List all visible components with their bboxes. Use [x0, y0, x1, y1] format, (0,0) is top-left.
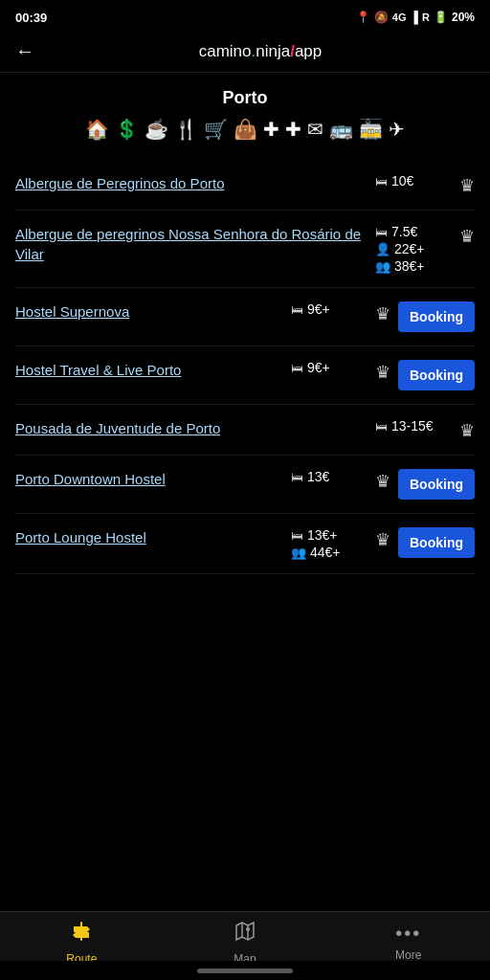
price-row: 🛏13-15€	[375, 418, 452, 434]
accommodation-item: Porto Downtown Hostel🛏13€♛Booking	[15, 456, 475, 514]
price-row: 👤22€+	[375, 241, 452, 256]
accommodation-item: Hostel Travel & Live Porto🛏9€+♛Booking	[15, 346, 475, 405]
food-icon: 🍴	[174, 118, 198, 141]
url-part2: ninja	[256, 42, 290, 60]
url-bar[interactable]: camino.ninja/app	[46, 42, 475, 61]
booking-button[interactable]: Booking	[398, 360, 475, 390]
accommodation-name[interactable]: Hostel Supernova	[15, 301, 283, 322]
url-part3: app	[295, 42, 322, 60]
coffee-icon: ☕	[145, 118, 168, 141]
accommodation-name[interactable]: Porto Lounge Hostel	[15, 527, 283, 547]
price-row: 👥38€+	[375, 258, 452, 274]
shopping-icon: 🛒	[204, 118, 228, 141]
accommodation-name[interactable]: Hostel Travel & Live Porto	[15, 360, 283, 380]
url-part1: camino	[199, 42, 252, 60]
accommodation-prices: 🛏9€+	[291, 360, 368, 375]
more-icon: •••	[395, 923, 421, 945]
location-icon: 📍	[356, 11, 370, 24]
accommodation-prices: 🛏13€+👥44€+	[291, 527, 368, 560]
nav-route[interactable]: Route	[43, 920, 120, 966]
group-icon: 👥	[375, 259, 390, 274]
accommodation-prices: 🛏7.5€👤22€+👥38€+	[375, 224, 452, 274]
status-bar: 00:39 📍 🔕 4G ▐ R 🔋 20%	[0, 0, 490, 31]
accommodation-prices: 🛏10€	[375, 173, 452, 189]
back-button[interactable]: ←	[15, 40, 34, 62]
mail-icon: ✉	[307, 118, 323, 141]
bed-icon: 🛏	[375, 419, 388, 434]
bed-icon: 🛏	[291, 470, 303, 484]
home-indicator	[197, 969, 293, 973]
home-bar	[0, 961, 490, 980]
accommodation-item: Albergue de peregrinos Nossa Senhora do …	[15, 211, 475, 288]
price-row: 🛏13€+	[291, 527, 368, 543]
booking-button[interactable]: Booking	[398, 527, 475, 558]
accommodation-prices: 🛏9€+	[291, 301, 368, 317]
amenity-icons-row: 🏠 💲 ☕ 🍴 🛒 👜 ✚ ✚ ✉ 🚌 🚋 ✈	[15, 118, 475, 141]
accommodation-name[interactable]: Porto Downtown Hostel	[15, 469, 283, 489]
signal-icon: ▐	[411, 11, 419, 24]
main-content: Porto 🏠 💲 ☕ 🍴 🛒 👜 ✚ ✚ ✉ 🚌 🚋 ✈ Albergue d…	[0, 73, 490, 651]
person-icon: 👤	[375, 242, 390, 256]
plus2-icon: ✚	[285, 118, 301, 141]
bed-icon: 🛏	[291, 302, 303, 317]
bed-icon: 🛏	[375, 225, 388, 239]
quality-icon: ♛	[459, 175, 475, 196]
quality-icon: ♛	[459, 226, 475, 247]
route-icon	[70, 920, 93, 948]
quality-icon: ♛	[375, 471, 390, 492]
more-label: More	[395, 948, 421, 962]
price-row: 🛏10€	[375, 173, 452, 189]
price-value: 9€+	[307, 301, 330, 317]
roaming-label: R	[422, 11, 430, 23]
status-time: 00:39	[15, 11, 47, 25]
status-icons: 📍 🔕 4G ▐ R 🔋 20%	[356, 11, 475, 24]
price-row: 👥44€+	[291, 545, 368, 560]
group-icon: 👥	[291, 546, 306, 560]
nav-map[interactable]: Map	[207, 920, 283, 966]
quality-icon: ♛	[375, 303, 390, 324]
battery-icon: 🔋	[434, 11, 448, 24]
price-value: 7.5€	[391, 224, 417, 239]
accommodation-name[interactable]: Albergue de peregrinos Nossa Senhora do …	[15, 224, 368, 264]
city-title: Porto	[15, 88, 475, 108]
battery-percent: 20%	[452, 11, 475, 24]
price-row: 🛏9€+	[291, 360, 368, 375]
quality-icon: ♛	[375, 529, 390, 550]
bed-icon: 🛏	[291, 361, 303, 375]
plus1-icon: ✚	[263, 118, 279, 141]
price-row: 🛏9€+	[291, 301, 368, 317]
dollar-icon: 💲	[115, 118, 139, 141]
accommodation-prices: 🛏13€	[291, 469, 368, 484]
svg-point-3	[246, 927, 250, 931]
booking-button[interactable]: Booking	[398, 469, 475, 500]
bag-icon: 👜	[234, 118, 257, 141]
price-row: 🛏7.5€	[375, 224, 452, 239]
price-value: 13€+	[307, 527, 338, 543]
accommodation-name[interactable]: Pousada de Juventude de Porto	[15, 418, 368, 438]
home-icon: 🏠	[85, 118, 109, 141]
price-value: 44€+	[310, 545, 341, 560]
accommodation-name[interactable]: Albergue de Peregrinos do Porto	[15, 173, 368, 193]
map-icon	[234, 920, 256, 948]
accommodation-item: Albergue de Peregrinos do Porto🛏10€♛	[15, 160, 475, 211]
price-value: 38€+	[394, 258, 425, 274]
quality-icon: ♛	[375, 362, 390, 383]
nav-more[interactable]: ••• More	[370, 923, 447, 962]
bus-icon: 🚌	[329, 118, 353, 141]
accommodation-prices: 🛏13-15€	[375, 418, 452, 434]
price-value: 9€+	[307, 360, 330, 375]
accommodation-item: Pousada de Juventude de Porto🛏13-15€♛	[15, 405, 475, 456]
accommodation-item: Porto Lounge Hostel🛏13€+👥44€+♛Booking	[15, 514, 475, 574]
train-icon: 🚋	[359, 118, 383, 141]
accommodation-list: Albergue de Peregrinos do Porto🛏10€♛Albe…	[15, 160, 475, 574]
booking-button[interactable]: Booking	[398, 301, 475, 332]
accommodation-item: Hostel Supernova🛏9€+♛Booking	[15, 288, 475, 346]
price-value: 22€+	[394, 241, 425, 256]
bed-icon: 🛏	[291, 528, 303, 543]
bed-icon: 🛏	[375, 174, 388, 189]
price-value: 10€	[391, 173, 413, 189]
quality-icon: ♛	[459, 420, 475, 441]
price-value: 13-15€	[391, 418, 434, 434]
browser-bar: ← camino.ninja/app	[0, 31, 490, 73]
price-value: 13€	[307, 469, 329, 484]
